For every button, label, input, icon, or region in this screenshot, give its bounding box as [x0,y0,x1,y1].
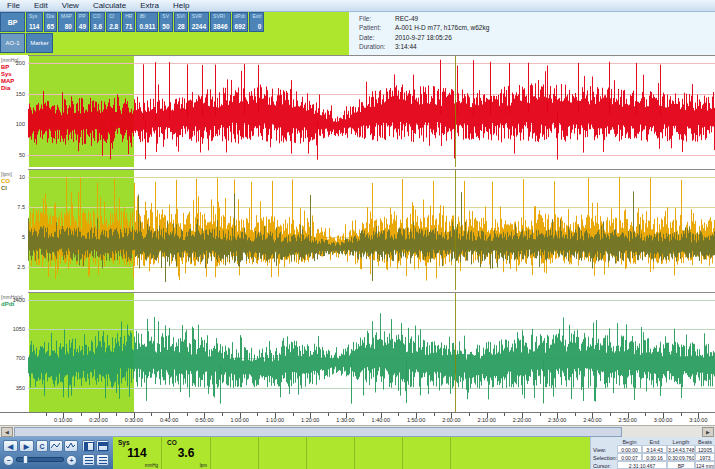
status-cell: 12005 [695,445,715,453]
menu-file[interactable]: File [0,0,27,11]
scroll-left-icon[interactable]: ◀ [1,427,13,437]
param-value: 49 [79,23,86,30]
file-info-row: File:REC-49 [359,15,715,24]
zoom-in-button[interactable]: + [66,455,77,466]
param-value: 2244 [192,23,206,30]
time-tick-label: 0:10:00 [46,417,80,423]
pan-left-button[interactable]: ◀ [3,440,18,452]
param-label: dPdt [235,14,246,19]
curve-view-button-2[interactable] [64,440,78,452]
plot-co[interactable] [28,169,715,290]
param-label: Extr [252,14,261,19]
time-tick [328,413,329,416]
menu-help[interactable]: Help [166,0,196,11]
menu-calculate[interactable]: Calculate [86,0,133,11]
marker-line [455,56,456,167]
y-tick-label: 7.5 [1,204,25,210]
time-tick-label: 3:00:00 [646,417,680,423]
time-tick-label: 1:30:00 [329,417,363,423]
signal-tab-bp[interactable]: BP [0,12,25,32]
status-row-label: Selection: [591,453,617,461]
status-row-label: View: [591,445,617,453]
time-tick-label: 2:00:00 [434,417,468,423]
time-tick-label: 1:10:00 [258,417,292,423]
menu-edit[interactable]: Edit [27,0,55,11]
param-svr: SVR2244 [189,12,209,32]
param-label: Sys [29,14,40,19]
list-icon [85,457,93,464]
list-view-button-2[interactable] [96,454,109,466]
time-tick-label: 2:10:00 [470,417,504,423]
minus-icon: − [6,457,10,464]
readout-filler [451,437,590,469]
scrollbar-thumb[interactable] [14,427,622,437]
y-tick-label: 200 [1,60,25,66]
marker-button[interactable]: Marker [26,33,53,53]
time-tick-label: 2:50:00 [611,417,645,423]
file-info-row: Date:2010-9-27 18:05:26 [359,34,715,43]
plot-bp[interactable] [28,55,715,167]
curve-icon [66,442,76,450]
pan-right-button[interactable]: ▶ [19,440,34,452]
app-window: FileEditViewCalculateExtraHelp BP AO-1 M… [0,0,715,469]
param-value: 0 [252,23,261,30]
time-tick [434,413,435,416]
param-value: 65 [47,23,55,30]
y-tick-label: 1050 [1,326,25,332]
param-label: Dia [47,14,55,19]
status-header-length: Length [667,437,695,445]
zoom-slider[interactable] [16,457,64,462]
param-label: HR [125,14,132,19]
param-ibi: IBI0.911 [136,12,158,32]
readout-empty-cell [403,437,451,469]
readout-empty-cell [355,437,403,469]
scroll-right-icon[interactable]: ▶ [702,427,714,437]
status-cell: 3:14:43 [642,445,667,453]
status-cell: 2:31:10.467 [617,461,667,469]
layout-vertical-button[interactable] [82,440,95,452]
y-tick-label: 100 [1,121,25,127]
list-view-button-1[interactable] [82,454,95,466]
layout-horizontal-button[interactable] [96,440,109,452]
zoom-out-button[interactable]: − [3,455,14,466]
param-value: 28 [177,23,185,30]
time-tick [257,413,258,416]
menu-view[interactable]: View [55,0,86,11]
time-tick [575,413,576,416]
time-tick [222,413,223,416]
curve-view-button-1[interactable] [49,440,63,452]
signal-tab-ao1[interactable]: AO-1 [0,33,25,53]
y-tick-label: 10 [1,174,25,180]
plot-dpdt[interactable] [28,292,715,412]
readout-empty-cell [259,437,307,469]
param-label: SVR [192,14,206,19]
panel-dpdt: [mmHg/s]dPdt14001050700350 [0,292,715,412]
time-tick-label: 0:40:00 [152,417,186,423]
y-tick-label: 150 [1,91,25,97]
info-label: Patient: [359,24,395,33]
time-axis: 0:10:000:20:000:30:000:40:000:50:001:00:… [0,412,715,425]
info-value: 2010-9-27 18:05:26 [395,34,452,43]
time-tick-label: 0:30:00 [117,417,151,423]
time-tick [540,413,541,416]
file-info-row: Patient:A-001 H-D m77, h176cm, w62kg [359,24,715,33]
menu-extra[interactable]: Extra [133,0,166,11]
zoom-slider-thumb[interactable] [23,455,28,464]
panel-co: [lpm]COCI107.552.5 [0,169,715,290]
param-co: CO3.6 [90,12,105,32]
menubar: FileEditViewCalculateExtraHelp [0,0,715,12]
status-header-begin: Begin [617,437,642,445]
series-label-ci: CI [1,185,7,192]
param-label: CO [93,14,102,19]
status-cell: 0:30:16 [642,453,667,461]
time-tick [363,413,364,416]
c-button[interactable]: C [36,440,48,452]
info-value: A-001 H-D m77, h176cm, w62kg [395,24,489,33]
param-dpdt: dPdt692 [232,12,249,32]
status-cell: 0:00:00 [617,445,642,453]
param-svi: SVI28 [174,12,188,32]
time-tick-label: 0:20:00 [82,417,116,423]
param-dia: Dia65 [44,12,58,32]
readout-empty-cell [211,437,259,469]
info-label: File: [359,15,395,24]
